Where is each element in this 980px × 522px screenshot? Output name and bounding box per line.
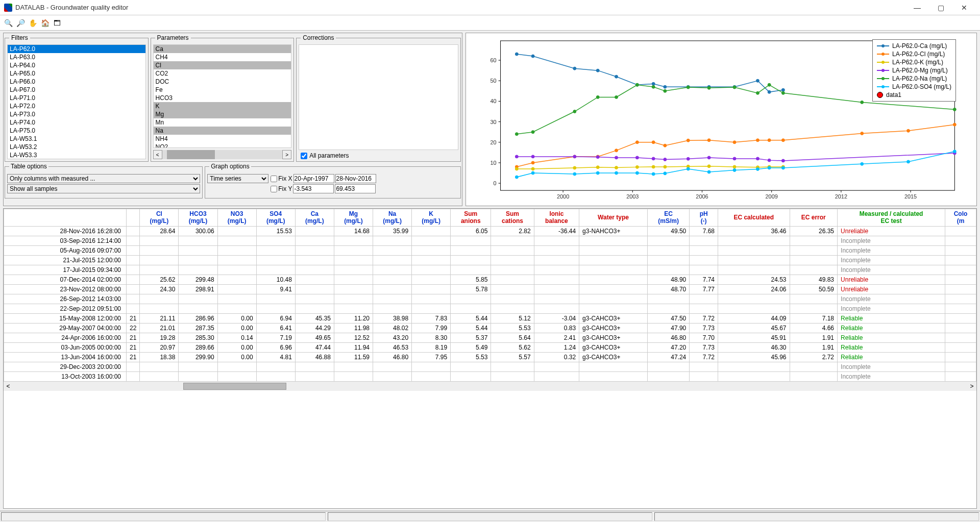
filter-item[interactable]: LA-W53.1: [8, 135, 145, 143]
filter-item[interactable]: LA-P62.0: [8, 45, 145, 53]
table-row[interactable]: 21-Jul-2015 12:00:00Incomplete: [4, 255, 976, 265]
filter-item[interactable]: LA-P72.0: [8, 102, 145, 110]
parameter-item[interactable]: Mn: [154, 118, 291, 127]
corrections-list[interactable]: [299, 44, 458, 150]
chart-area[interactable]: 0102030405060200020032006200920122015 LA…: [465, 33, 977, 206]
column-header[interactable]: pH(-): [690, 209, 718, 227]
parameter-item[interactable]: Cl: [154, 61, 291, 69]
fix-x-checkbox[interactable]: [271, 176, 277, 182]
filter-item[interactable]: LA-P66.0: [8, 78, 145, 86]
column-header[interactable]: Sumcations: [491, 209, 534, 227]
column-header[interactable]: EC(mS/m): [648, 209, 690, 227]
parameter-item[interactable]: NO2: [154, 143, 291, 148]
filter-item[interactable]: LA-P67.0: [8, 86, 145, 94]
close-button[interactable]: ✕: [952, 0, 976, 15]
table-row[interactable]: 24-Apr-2006 16:00:002119.28285.300.147.1…: [4, 333, 976, 342]
filter-item[interactable]: LA-P71.0: [8, 94, 145, 102]
filter-item[interactable]: LA-P75.0: [8, 127, 145, 135]
column-header[interactable]: Ca(mg/L): [295, 209, 334, 227]
column-header[interactable]: Measured / calculatedEC test: [838, 209, 945, 227]
parameter-item[interactable]: Na: [154, 127, 291, 135]
maximize-button[interactable]: ▢: [929, 0, 952, 15]
column-header[interactable]: Cl(mg/L): [140, 209, 179, 227]
scroll-left-icon[interactable]: <: [153, 150, 162, 159]
home-icon[interactable]: 🏠: [40, 18, 50, 28]
parameter-item[interactable]: Ca: [154, 45, 291, 53]
column-header[interactable]: HCO3(mg/L): [179, 209, 217, 227]
filter-item[interactable]: LA-W53.3: [8, 151, 145, 159]
table-row[interactable]: 15-May-2008 12:00:002121.11286.960.006.9…: [4, 313, 976, 323]
all-parameters-checkbox[interactable]: [301, 153, 307, 159]
column-header[interactable]: EC error: [790, 209, 838, 227]
table-row[interactable]: 23-Nov-2012 08:00:0024.30298.919.415.784…: [4, 284, 976, 294]
column-header[interactable]: Na(mg/L): [373, 209, 412, 227]
table-row[interactable]: 29-May-2007 04:00:002221.01287.350.006.4…: [4, 323, 976, 333]
svg-point-47: [652, 141, 655, 144]
filter-item[interactable]: LA-P73.0: [8, 110, 145, 118]
parameter-item[interactable]: Fe: [154, 86, 291, 94]
column-header[interactable]: SO4(mg/L): [256, 209, 295, 227]
pan-icon[interactable]: ✋: [28, 18, 38, 28]
graph-type-select[interactable]: Time series: [207, 174, 268, 183]
column-header[interactable]: Colo(m: [945, 209, 976, 227]
filter-item[interactable]: LA-P74.0: [8, 118, 145, 127]
parameter-item[interactable]: DOC: [154, 78, 291, 86]
table-row[interactable]: 29-Dec-2003 20:00:00Incomplete: [4, 362, 976, 371]
table-row[interactable]: 13-Oct-2003 16:00:00Incomplete: [4, 371, 976, 381]
parameter-item[interactable]: HCO3: [154, 94, 291, 102]
table-row[interactable]: 07-Dec-2014 02:00:0025.62299.4810.485.85…: [4, 275, 976, 284]
scroll-right-icon[interactable]: >: [282, 150, 291, 159]
rows-select[interactable]: Show all samples: [7, 184, 200, 193]
table-row[interactable]: 28-Nov-2016 16:28:0028.64300.0615.5314.6…: [4, 226, 976, 236]
parameter-item[interactable]: CO2: [154, 69, 291, 78]
filter-item[interactable]: LA-W53.2: [8, 143, 145, 151]
column-header[interactable]: Ionicbalance: [534, 209, 579, 227]
fix-x-from-input[interactable]: [293, 174, 334, 183]
fix-x-to-input[interactable]: [335, 174, 376, 183]
filters-list[interactable]: LA-P62.0LA-P63.0LA-P64.0LA-P65.0LA-P66.0…: [7, 44, 146, 159]
svg-point-77: [635, 156, 639, 159]
parameter-item[interactable]: K: [154, 102, 291, 110]
filter-item[interactable]: LA-P64.0: [8, 61, 145, 69]
fix-y-checkbox[interactable]: [271, 186, 277, 192]
table-row[interactable]: 03-Sep-2016 12:14:00Incomplete: [4, 236, 976, 245]
table-row[interactable]: 22-Sep-2012 09:51:00Incomplete: [4, 304, 976, 313]
fix-y-from-input[interactable]: [293, 184, 334, 193]
zoom-in-icon[interactable]: 🔍: [3, 18, 13, 28]
zoom-out-icon[interactable]: 🔎: [15, 18, 26, 28]
column-header[interactable]: EC calculated: [718, 209, 790, 227]
svg-point-99: [768, 83, 771, 86]
fix-y-to-input[interactable]: [335, 184, 376, 193]
svg-point-46: [635, 141, 639, 144]
columns-select[interactable]: Only columns with measured ...: [7, 174, 200, 183]
params-hscroll[interactable]: < >: [153, 150, 292, 159]
parameter-item[interactable]: CH4: [154, 53, 291, 61]
filter-item[interactable]: LA-P63.0: [8, 53, 145, 61]
filter-item[interactable]: LA-P65.0: [8, 69, 145, 78]
table-row[interactable]: 17-Jul-2015 09:34:00Incomplete: [4, 265, 976, 275]
scroll-right-icon[interactable]: >: [967, 383, 976, 390]
minimize-button[interactable]: —: [905, 0, 929, 15]
svg-point-45: [615, 149, 618, 152]
column-header[interactable]: K(mg/L): [412, 209, 451, 227]
parameters-list[interactable]: CaCH4ClCO2DOCFeHCO3KMgMnNaNH4NO2NO3: [153, 44, 292, 148]
table-hscroll[interactable]: < >: [4, 382, 976, 391]
scroll-left-icon[interactable]: <: [4, 383, 13, 390]
svg-point-84: [768, 159, 771, 162]
column-header[interactable]: NO3(mg/L): [217, 209, 256, 227]
svg-point-81: [707, 156, 710, 159]
column-header[interactable]: Mg(mg/L): [334, 209, 373, 227]
column-header[interactable]: Water type: [579, 209, 648, 227]
table-icon[interactable]: 🗔: [52, 18, 62, 28]
table-row[interactable]: 13-Jun-2004 16:00:002118.38299.900.004.8…: [4, 352, 976, 362]
parameter-item[interactable]: Mg: [154, 110, 291, 118]
parameters-panel: Parameters CaCH4ClCO2DOCFeHCO3KMgMnNaNH4…: [151, 34, 295, 162]
data-table[interactable]: Cl(mg/L)HCO3(mg/L)NO3(mg/L)SO4(mg/L)Ca(m…: [4, 209, 976, 382]
column-header[interactable]: Sumanions: [451, 209, 491, 227]
filters-panel: Filters LA-P62.0LA-P63.0LA-P64.0LA-P65.0…: [5, 34, 149, 162]
table-row[interactable]: 26-Sep-2012 14:03:00Incomplete: [4, 294, 976, 304]
svg-point-79: [664, 158, 667, 161]
table-row[interactable]: 03-Jun-2005 00:00:002120.97289.660.006.9…: [4, 342, 976, 352]
table-row[interactable]: 05-Aug-2016 09:07:00Incomplete: [4, 245, 976, 255]
parameter-item[interactable]: NH4: [154, 135, 291, 143]
